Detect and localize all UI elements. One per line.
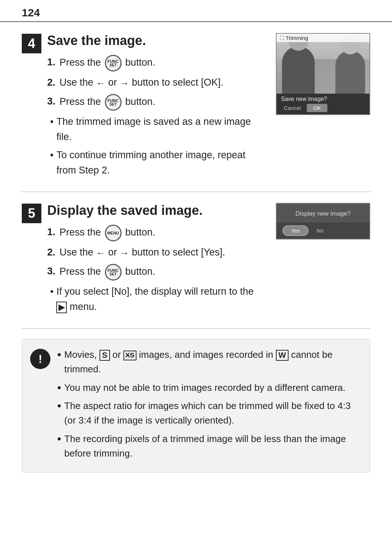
step5-text-3a: Press the (60, 266, 101, 277)
note-item-4: ● The recording pixels of a trimmed imag… (57, 432, 360, 461)
no-button: No (312, 226, 328, 235)
arrow-right-icon-5: → (120, 246, 129, 260)
note-text-4: The recording pixels of a trimmed image … (64, 432, 360, 461)
step4-text-3b: button. (125, 96, 155, 107)
step4-num-2: 2. (47, 75, 57, 90)
step4-instruction-3: 3. Press the FUNC SET button. (47, 94, 261, 111)
arrow-left-icon-5: ← (96, 246, 106, 260)
step-5-section: 5 Display the saved image. 1. Press the … (22, 192, 370, 329)
step4-text-1a: Press the (60, 57, 101, 68)
note-item-2: ● You may not be able to trim images rec… (57, 380, 360, 395)
step5-screen: Display new image? Yes No (269, 203, 370, 318)
trimming-icon: ⛶ (279, 35, 284, 41)
step4-screen: ⛶ Trimming Save new image? Cancel OK (269, 33, 370, 181)
step-4-number: 4 (22, 34, 41, 53)
step4-num-3: 3. (47, 94, 57, 111)
yes-button: Yes (282, 225, 309, 236)
menu-button: MENU (105, 225, 122, 241)
display-prompt-text: Display new image? (295, 210, 351, 217)
step4-text-2a: Use the (60, 77, 93, 88)
step4-instruction-2: 2. Use the ← or → button to select [OK]. (47, 75, 261, 90)
step4-bullet-1: • The trimmed image is saved as a new im… (47, 114, 261, 145)
step5-text-2c: button to select [Yes]. (132, 247, 225, 258)
display-screen: Display new image? Yes No (276, 203, 370, 240)
step-5-number: 5 (22, 204, 41, 223)
step5-instruction-3: 3. Press the FUNC SET button. (47, 264, 261, 281)
step5-text-2b: or (108, 247, 117, 258)
note-box: ! ● Movies, S or XS images, and images r… (22, 339, 370, 473)
note-list: ● Movies, S or XS images, and images rec… (57, 347, 360, 464)
step5-text-3b: button. (125, 266, 155, 277)
arrow-left-icon-4: ← (96, 76, 106, 90)
note-text-3: The aspect ratio for images which can be… (64, 398, 360, 428)
trimming-screen: ⛶ Trimming Save new image? Cancel OK (276, 33, 370, 115)
step5-instruction-1: 1. Press the MENU button. (47, 225, 261, 241)
note-warning-icon: ! (30, 349, 50, 369)
func-set-button-2: FUNC SET (105, 94, 122, 111)
step4-text-2b: or (108, 77, 117, 88)
display-buttons-row: Yes No (277, 222, 369, 239)
step-4-section: 4 Save the image. 1. Press the FUNC S (22, 22, 370, 192)
save-ok-btn: OK (307, 104, 328, 112)
step5-text-2a: Use the (60, 247, 93, 258)
step5-text-1a: Press the (60, 227, 101, 238)
step5-num-1: 1. (47, 225, 57, 241)
save-buttons-row: Cancel OK (281, 104, 365, 112)
func-set-button-1: FUNC SET (105, 55, 122, 71)
step5-bullet-1: • If you select [No], the display will r… (47, 284, 261, 315)
save-cancel-btn: Cancel (281, 104, 304, 112)
xs-icon: XS (123, 351, 136, 360)
note-item-3: ● The aspect ratio for images which can … (57, 398, 360, 428)
arrow-right-icon-4: → (120, 76, 129, 90)
step4-text-1b: button. (125, 57, 155, 68)
step5-bullet-1-end: menu. (70, 301, 97, 312)
w-icon: W (276, 350, 289, 361)
step-5-title: Display the saved image. (47, 203, 261, 218)
step4-bullet-1-text: The trimmed image is saved as a new imag… (56, 114, 261, 145)
step4-num-1: 1. (47, 55, 57, 71)
step4-text-3a: Press the (60, 96, 101, 107)
step-4-title: Save the image. (47, 33, 261, 48)
func-set-button-3: FUNC SET (105, 264, 122, 281)
step5-num-2: 2. (47, 245, 57, 260)
trimming-screen-label: Trimming (286, 35, 308, 41)
step4-bullet-2: • To continue trimming another image, re… (47, 148, 261, 178)
step5-bullet-1-text: If you select [No], the display will ret… (56, 286, 253, 297)
display-screen-inner: Display new image? (277, 204, 369, 222)
trimming-bottom-bar: Save new image? Cancel OK (277, 94, 369, 114)
s-icon: S (99, 350, 110, 361)
playback-icon: ▶ (56, 302, 67, 314)
step5-num-3: 3. (47, 264, 57, 281)
note-item-1: ● Movies, S or XS images, and images rec… (57, 347, 360, 377)
step4-bullet-2-text: To continue trimming another image, repe… (56, 148, 261, 178)
step5-text-1b: button. (125, 227, 155, 238)
step4-instruction-1: 1. Press the FUNC SET button. (47, 55, 261, 71)
step4-text-2c: button to select [OK]. (132, 77, 223, 88)
save-prompt-text: Save new image? (281, 96, 365, 102)
page-number: 124 (22, 7, 40, 19)
step5-instruction-2: 2. Use the ← or → button to select [Yes]… (47, 245, 261, 260)
note-text-2: You may not be able to trim images recor… (64, 380, 346, 395)
